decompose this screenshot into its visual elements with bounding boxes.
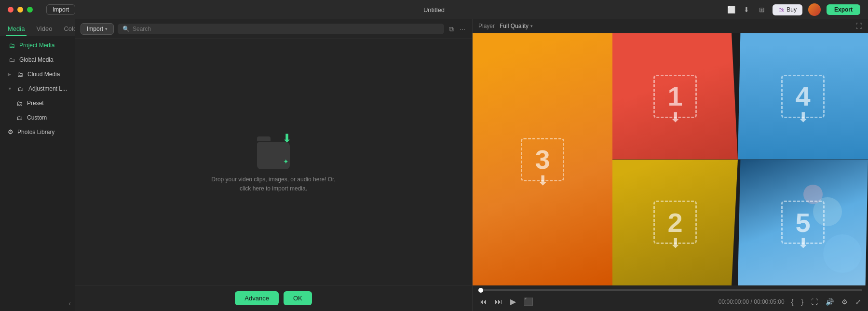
drop-arrow-2: ⬇ bbox=[670, 235, 681, 251]
controls-row: ⏮ ⏭ ▶ ⬛ 00:00:00:00 / 00:00:05:00 { } ⛶ … bbox=[478, 293, 862, 311]
sidebar-item-custom[interactable]: 🗂 Custom bbox=[2, 110, 73, 125]
sidebar-item-preset[interactable]: 🗂 Preset bbox=[2, 96, 73, 110]
folder-icon: 🗂 bbox=[15, 99, 23, 107]
folder-tab bbox=[257, 136, 271, 141]
collage-cell-4: 4 ⬇ bbox=[738, 33, 868, 160]
import-button[interactable]: Import ▾ bbox=[81, 23, 114, 35]
drop-icon-container: ⬇ ✦ bbox=[254, 131, 293, 169]
quality-select[interactable]: Full Quality ▾ bbox=[500, 23, 533, 29]
time-display: 00:00:00:00 / 00:00:05:00 bbox=[719, 298, 785, 305]
bolt-icon: ✦ bbox=[283, 158, 289, 165]
play-button[interactable]: ▶ bbox=[509, 296, 517, 307]
more-options-button[interactable]: ⤢ bbox=[854, 297, 862, 307]
main-layout: Media Video Color 🗂 Project Media 🗂 Glob… bbox=[0, 19, 868, 311]
folder-icon: 🗂 bbox=[8, 56, 15, 64]
drop-instructions: Drop your video clips, images, or audio … bbox=[211, 175, 335, 193]
drop-zone[interactable]: ⬇ ✦ Drop your video clips, images, or au… bbox=[75, 39, 472, 285]
download-arrow-icon: ⬇ bbox=[282, 132, 292, 145]
tab-bar: Media Video Color bbox=[0, 19, 75, 36]
settings-button[interactable]: ⚙ bbox=[841, 297, 849, 307]
expand-icon[interactable]: ⛶ bbox=[855, 22, 862, 30]
avatar[interactable] bbox=[808, 3, 821, 16]
sidebar-collapse-button[interactable]: ‹ bbox=[0, 296, 75, 311]
sidebar-item-cloud-media[interactable]: ▶ 🗂 Cloud Media bbox=[2, 67, 73, 81]
rewind-button[interactable]: ⏮ bbox=[478, 297, 488, 307]
minimize-button[interactable] bbox=[17, 7, 23, 13]
folder-icon: 🗂 bbox=[15, 114, 23, 122]
out-point-button[interactable]: } bbox=[800, 297, 804, 307]
maximize-button[interactable] bbox=[27, 7, 33, 13]
drop-slot-4: 4 ⬇ bbox=[781, 75, 825, 118]
sidebar-items: 🗂 Project Media 🗂 Global Media ▶ 🗂 Cloud… bbox=[0, 36, 75, 141]
sidebar-item-global-media[interactable]: 🗂 Global Media bbox=[2, 53, 73, 67]
search-input[interactable] bbox=[133, 26, 439, 32]
player-controls: ⏮ ⏭ ▶ ⬛ 00:00:00:00 / 00:00:05:00 { } ⛶ … bbox=[473, 285, 868, 311]
ok-button[interactable]: OK bbox=[284, 291, 312, 305]
folder-icon: 🗂 bbox=[17, 85, 25, 93]
progress-bar[interactable] bbox=[478, 289, 862, 291]
media-toolbar: Import ▾ 🔍 ⧉ ··· bbox=[75, 19, 472, 39]
bottom-buttons: Advance OK bbox=[75, 285, 472, 311]
cart-icon: 🛍 bbox=[778, 6, 785, 14]
progress-dot bbox=[478, 288, 483, 293]
drop-arrow-1: ⬇ bbox=[670, 109, 681, 125]
gear-icon: ⚙ bbox=[8, 128, 14, 135]
grid-icon[interactable]: ⊞ bbox=[757, 5, 767, 14]
chevron-down-icon: ▾ bbox=[530, 24, 533, 28]
collage-cell-2: 2 ⬇ bbox=[612, 160, 738, 286]
chevron-right-icon: ▶ bbox=[8, 72, 11, 77]
more-icon[interactable]: ··· bbox=[459, 24, 466, 34]
speaker-button[interactable]: 🔊 bbox=[825, 297, 835, 307]
titlebar-left: Import bbox=[8, 4, 75, 15]
titlebar-import-button[interactable]: Import bbox=[46, 4, 75, 15]
drop-slot-5: 5 ⬇ bbox=[781, 201, 825, 244]
step-back-button[interactable]: ⏭ bbox=[494, 297, 503, 307]
chevron-down-icon: ▼ bbox=[8, 86, 12, 91]
sidebar-item-project-media[interactable]: 🗂 Project Media bbox=[2, 38, 73, 53]
stop-button[interactable]: ⬛ bbox=[523, 296, 534, 307]
sidebar-item-adjustment-lib[interactable]: ▼ 🗂 Adjustment L... bbox=[2, 81, 73, 96]
titlebar: Import Untitled ⬜ ⬇ ⊞ 🛍 Buy Export bbox=[0, 0, 868, 19]
drop-slot-3: 3 ⬇ bbox=[521, 138, 564, 181]
window-title: Untitled bbox=[423, 6, 445, 14]
collage-cell-3: 3 ⬇ bbox=[473, 33, 612, 285]
search-box: 🔍 bbox=[118, 24, 444, 34]
drop-slot-1: 1 ⬇ bbox=[653, 75, 697, 118]
collage-cell-5: 5 ⬇ bbox=[738, 160, 868, 286]
buy-button[interactable]: 🛍 Buy bbox=[773, 4, 802, 15]
export-button[interactable]: Export bbox=[827, 4, 860, 15]
search-icon: 🔍 bbox=[122, 26, 130, 32]
sidebar: Media Video Color 🗂 Project Media 🗂 Glob… bbox=[0, 19, 75, 311]
tab-media[interactable]: Media bbox=[6, 22, 27, 36]
folder-icon: 🗂 bbox=[8, 41, 15, 49]
tab-video[interactable]: Video bbox=[34, 22, 54, 36]
drop-slot-2: 2 ⬇ bbox=[653, 201, 697, 244]
close-button[interactable] bbox=[8, 7, 14, 13]
titlebar-right: ⬜ ⬇ ⊞ 🛍 Buy Export bbox=[726, 3, 860, 16]
monitor-icon[interactable]: ⬜ bbox=[726, 5, 736, 14]
filter-icon[interactable]: ⧉ bbox=[448, 24, 455, 34]
player-label: Player bbox=[478, 23, 495, 29]
advance-button[interactable]: Advance bbox=[235, 291, 279, 305]
drop-arrow-4: ⬇ bbox=[798, 109, 809, 125]
fullscreen-button[interactable]: ⛶ bbox=[810, 297, 819, 307]
drop-arrow-5: ⬇ bbox=[798, 235, 809, 251]
chevron-down-icon: ▾ bbox=[105, 27, 108, 31]
in-point-button[interactable]: { bbox=[790, 297, 795, 307]
player-header: Player Full Quality ▾ ⛶ bbox=[473, 19, 868, 33]
sidebar-item-photos-library[interactable]: ⚙ Photos Library bbox=[2, 125, 73, 139]
download-icon[interactable]: ⬇ bbox=[742, 5, 751, 14]
media-panel: Import ▾ 🔍 ⧉ ··· ⬇ ✦ Drop your video cli… bbox=[75, 19, 473, 311]
collage: 1 ⬇ 4 ⬇ 3 ⬇ 2 bbox=[473, 33, 868, 285]
player-panel: Player Full Quality ▾ ⛶ 1 ⬇ 4 ⬇ bbox=[473, 19, 868, 311]
drop-arrow-3: ⬇ bbox=[537, 173, 548, 189]
collage-cell-1: 1 ⬇ bbox=[612, 33, 738, 160]
folder-icon: 🗂 bbox=[16, 70, 24, 78]
